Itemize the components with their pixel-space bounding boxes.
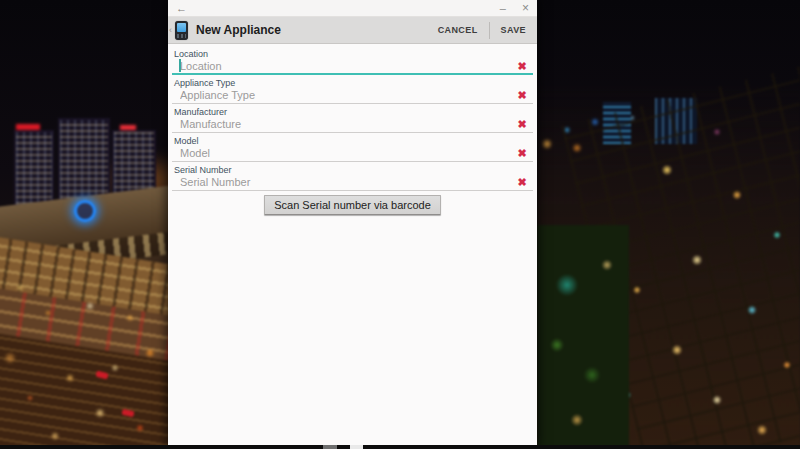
action-bar: ‹ New Appliance CANCEL SAVE bbox=[168, 17, 537, 44]
page-title: New Appliance bbox=[196, 23, 281, 37]
form-field-manufacturer: Manufacturer ✖ bbox=[168, 104, 537, 133]
wallpaper-windows bbox=[16, 132, 52, 210]
input-row: ✖ bbox=[168, 117, 537, 131]
wallpaper-red-sign bbox=[120, 125, 136, 130]
save-button[interactable]: SAVE bbox=[490, 17, 537, 43]
clear-field-icon[interactable]: ✖ bbox=[515, 147, 529, 159]
taskbar[interactable] bbox=[0, 445, 800, 449]
window-titlebar: ← – × bbox=[168, 0, 537, 17]
field-label: Model bbox=[168, 133, 537, 146]
app-icon-keys bbox=[177, 34, 186, 38]
wallpaper-neon-logo bbox=[74, 200, 96, 222]
input-row: ✖ bbox=[168, 59, 537, 73]
input-row: ✖ bbox=[168, 146, 537, 160]
clear-field-icon[interactable]: ✖ bbox=[515, 89, 529, 101]
wallpaper-red-sign bbox=[16, 124, 40, 130]
manufacturer-input[interactable] bbox=[180, 118, 509, 131]
close-icon[interactable]: × bbox=[522, 2, 529, 14]
form-field-location: Location ✖ bbox=[168, 46, 537, 75]
input-row: ✖ bbox=[168, 175, 537, 189]
text-caret bbox=[179, 59, 181, 72]
scan-button-row: Scan Serial number via barcode bbox=[168, 195, 537, 215]
field-label: Serial Number bbox=[168, 162, 537, 175]
app-icon-screen bbox=[177, 23, 186, 32]
clear-field-icon[interactable]: ✖ bbox=[515, 60, 529, 72]
field-label: Appliance Type bbox=[168, 75, 537, 88]
taskbar-item[interactable] bbox=[323, 445, 337, 449]
form-field-appliance-type: Appliance Type ✖ bbox=[168, 75, 537, 104]
field-underline bbox=[172, 190, 533, 191]
cancel-button[interactable]: CANCEL bbox=[427, 17, 489, 43]
wallpaper-courtyard bbox=[537, 225, 629, 449]
clear-field-icon[interactable]: ✖ bbox=[515, 176, 529, 188]
minimize-icon[interactable]: – bbox=[500, 4, 506, 12]
app-icon[interactable] bbox=[175, 21, 188, 40]
clear-field-icon[interactable]: ✖ bbox=[515, 118, 529, 130]
field-label: Manufacturer bbox=[168, 104, 537, 117]
window-back-button[interactable]: ← bbox=[176, 3, 187, 14]
app-window: ← – × ‹ New Appliance CANCEL SAVE Locati… bbox=[168, 0, 537, 445]
appliance-type-input[interactable] bbox=[180, 89, 509, 102]
serial-number-input[interactable] bbox=[180, 176, 509, 189]
location-input[interactable] bbox=[180, 60, 509, 73]
input-row: ✖ bbox=[168, 88, 537, 102]
wallpaper-right-city bbox=[537, 0, 800, 449]
chevron-left-icon[interactable]: ‹ bbox=[169, 25, 172, 35]
wallpaper-street-lights bbox=[0, 258, 175, 449]
form-field-model: Model ✖ bbox=[168, 133, 537, 162]
appbar-actions: CANCEL SAVE bbox=[427, 17, 537, 43]
taskbar-item[interactable] bbox=[350, 445, 363, 449]
field-label: Location bbox=[168, 46, 537, 59]
form-field-serial-number: Serial Number ✖ bbox=[168, 162, 537, 191]
model-input[interactable] bbox=[180, 147, 509, 160]
scan-barcode-button[interactable]: Scan Serial number via barcode bbox=[264, 195, 441, 215]
new-appliance-form: Location ✖ Appliance Type ✖ Manufacturer… bbox=[168, 44, 537, 445]
